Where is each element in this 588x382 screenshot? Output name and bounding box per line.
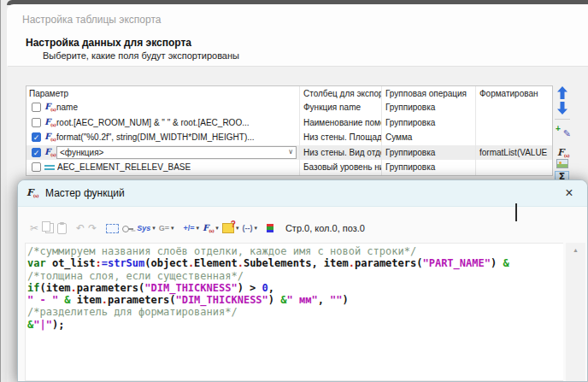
formatting-cell	[476, 115, 552, 131]
param-cell: F(x)root.[AEC_ROOM_NUM] & " " & root.[AE…	[26, 115, 300, 131]
export-column-cell: Наименование поме...	[300, 115, 382, 131]
code-line: /*суммируем названия слоёв отделки, кажд…	[27, 245, 563, 257]
table-row[interactable]: ✓F(x)format("%0.2f", string(DIM_WIDTH*DI…	[26, 130, 552, 145]
param-text: AEC_ELEMENT_RELELEV_BASE	[57, 162, 191, 172]
image-button[interactable]	[556, 159, 568, 168]
wizard-toolbar-items: ✂↶↷Sys▾G=▾+/=▾F(x)▾?▾(--)▾	[28, 220, 275, 237]
operators-dropdown[interactable]: +/=▾	[184, 220, 200, 237]
dropdown-arrow-icon: ▾	[254, 225, 257, 232]
group-operation-cell: Группировка	[382, 145, 476, 161]
section-divider	[8, 66, 588, 67]
fx-icon: F(x)	[44, 148, 56, 157]
chevron-down-icon: ∨	[288, 149, 293, 156]
param-cell: F(x)name	[26, 100, 300, 115]
close-icon[interactable]: ×	[560, 184, 579, 203]
param-text: name	[56, 103, 78, 112]
export-params-table: Параметр Столбец для экспорта Групповая …	[26, 85, 553, 176]
export-column-cell: Низ стены. Площадь	[300, 130, 382, 145]
column-header-export-column[interactable]: Столбец для экспорта	[300, 86, 382, 100]
formatting-cell	[476, 160, 552, 175]
wizard-title: Мастер функций	[45, 187, 125, 199]
code-line: " - " & item.parameters("DIM_THICKNESS")…	[27, 294, 563, 306]
code-line: /*толщина слоя, если существенная*/	[27, 270, 563, 282]
move-up-button[interactable]	[556, 86, 568, 103]
screen: Настройка таблицы экспорта Настройка дан…	[0, 0, 588, 382]
column-header-group-operation[interactable]: Групповая операция	[382, 86, 476, 100]
dropdown-arrow-icon: ▾	[152, 225, 156, 232]
system-params-dropdown[interactable]: Sys▾	[137, 220, 156, 237]
row-checkbox[interactable]	[32, 118, 41, 127]
export-column-cell: Функция name	[300, 100, 382, 115]
function-wizard-dialog: F(x) Мастер функций × ✂↶↷Sys▾G=▾+/=▾F(x)…	[17, 179, 588, 382]
param-text: root.[AEC_ROOM_NUM] & " " & root.[AEC_RO…	[56, 118, 250, 127]
fx-icon: F(x)	[44, 118, 56, 127]
code-line: var ot_list:=strSum(object.Element.Subel…	[27, 257, 563, 269]
parameter-icon	[44, 163, 55, 172]
fx-icon: F(x)	[203, 224, 214, 233]
wizard-toolbar: ✂↶↷Sys▾G=▾+/=▾F(x)▾?▾(--)▾ Стр.0, кол.0,…	[28, 218, 365, 238]
fx-icon: F(x)	[26, 188, 38, 198]
table-fields-dropdown[interactable]: ?▾	[222, 220, 239, 237]
section-title: Настройка данных для экспорта	[26, 37, 191, 49]
export-column-cell: Базовый уровень ни...	[300, 160, 382, 175]
code-area[interactable]: /*суммируем названия слоёв отделки, кажд…	[25, 243, 563, 381]
dropdown-arrow-icon: ▾	[197, 225, 200, 232]
row-checkbox[interactable]	[32, 103, 41, 112]
param-cell: AEC_ELEMENT_RELELEV_BASE	[26, 160, 300, 175]
dropdown-arrow-icon: ▾	[215, 225, 219, 232]
wizard-titlebar: F(x) Мастер функций ×	[18, 180, 587, 207]
group-operation-cell: Группировка	[382, 115, 476, 131]
formatting-cell: formatList(VALUE	[476, 145, 552, 161]
toolbar-separator	[555, 119, 570, 120]
paste-icon[interactable]	[57, 220, 67, 237]
key-icon[interactable]	[122, 220, 133, 237]
formatting-cell	[476, 130, 552, 145]
move-down-button[interactable]	[556, 102, 568, 118]
formatting-cell	[476, 100, 552, 115]
fx-icon: F(x)	[44, 103, 56, 112]
functions-dropdown[interactable]: F(x)▾	[203, 220, 219, 237]
code-scrollbar[interactable]: ▲	[566, 243, 585, 381]
export-column-cell: Низ стены. Вид отде...	[300, 145, 382, 161]
selection-icon[interactable]	[106, 220, 119, 237]
dialog-title: Настройка таблицы экспорта	[22, 14, 161, 26]
table-row[interactable]: F(x)nameФункция nameГруппировка	[26, 100, 552, 115]
code-line: &"|");	[27, 319, 563, 331]
screen-left-edge	[0, 0, 1, 382]
fx-icon: F(x)	[557, 148, 569, 158]
copy-icon[interactable]	[42, 220, 54, 237]
section-subtitle: Выберите, какие поля будут экспортирован…	[43, 50, 239, 61]
scroll-up-icon[interactable]: ▲	[566, 247, 585, 253]
undo-icon[interactable]: ↶	[76, 220, 85, 237]
fx-icon: F(x)	[44, 132, 56, 142]
row-checkbox[interactable]	[32, 162, 41, 172]
code-line: if(item.parameters("DIM_THICKNESS") > 0,	[27, 282, 563, 294]
cursor-position-status: Стр.0, кол.0, поз.0	[285, 223, 365, 233]
group-operation-cell: Группировка	[382, 160, 476, 175]
group-operation-cell: Группировка	[382, 100, 476, 115]
row-checkbox[interactable]: ✓	[32, 132, 41, 142]
dropdown-arrow-icon: ▾	[236, 225, 239, 232]
param-text: format("%0.2f", string(DIM_WIDTH*DIM_HEI…	[56, 132, 255, 142]
brackets-dropdown[interactable]: (--)▾	[242, 220, 257, 237]
colors-icon[interactable]	[267, 220, 273, 237]
table-row[interactable]: ✓F(x)<функция>∨Низ стены. Вид отде...Гру…	[26, 145, 552, 161]
redo-icon[interactable]: ↷	[88, 220, 97, 237]
plus-icon: +	[556, 124, 561, 133]
table-row[interactable]: F(x)root.[AEC_ROOM_NUM] & " " & root.[AE…	[26, 115, 552, 131]
table-header-row: Параметр Столбец для экспорта Групповая …	[26, 86, 552, 100]
cut-icon[interactable]: ✂	[30, 220, 38, 237]
table-row[interactable]: AEC_ELEMENT_RELELEV_BASEБазовый уровень …	[26, 160, 552, 175]
column-header-parameter[interactable]: Параметр	[26, 86, 300, 100]
column-header-formatting[interactable]: Форматирован	[476, 86, 552, 100]
group-operation-cell: Сумма	[382, 130, 476, 145]
param-cell: ✓F(x)format("%0.2f", string(DIM_WIDTH*DI…	[26, 130, 300, 145]
function-button[interactable]: F(x)	[557, 144, 569, 159]
dropdown-arrow-icon: ▾	[171, 225, 174, 232]
group-params-dropdown[interactable]: G=▾	[159, 220, 174, 237]
combobox-value: <функция>	[60, 148, 103, 157]
text-caret	[515, 203, 517, 221]
add-edit-function-button[interactable]: + ✎	[556, 125, 571, 138]
function-combobox[interactable]: <функция>∨	[56, 146, 297, 159]
row-checkbox[interactable]: ✓	[32, 148, 41, 157]
